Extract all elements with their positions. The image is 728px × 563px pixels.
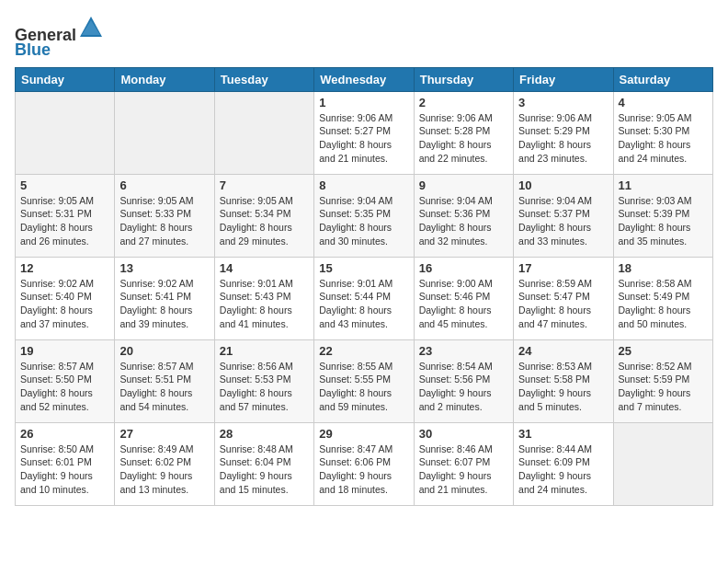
weekday-header-thursday: Thursday <box>414 67 513 91</box>
weekday-header-wednesday: Wednesday <box>314 67 414 91</box>
day-number: 22 <box>319 344 408 358</box>
calendar-cell: 30Sunrise: 8:46 AM Sunset: 6:07 PM Dayli… <box>414 422 513 505</box>
day-number: 19 <box>20 344 109 358</box>
calendar-cell: 28Sunrise: 8:48 AM Sunset: 6:04 PM Dayli… <box>214 422 313 505</box>
calendar-cell: 20Sunrise: 8:57 AM Sunset: 5:51 PM Dayli… <box>115 339 214 422</box>
calendar-cell: 4Sunrise: 9:05 AM Sunset: 5:30 PM Daylig… <box>613 91 712 174</box>
day-info: Sunrise: 8:59 AM Sunset: 5:47 PM Dayligh… <box>518 277 608 331</box>
logo-icon <box>78 15 104 40</box>
day-info: Sunrise: 8:55 AM Sunset: 5:55 PM Dayligh… <box>319 360 408 414</box>
day-number: 25 <box>619 344 708 358</box>
day-number: 24 <box>518 344 608 358</box>
day-info: Sunrise: 8:53 AM Sunset: 5:58 PM Dayligh… <box>518 360 608 414</box>
day-number: 21 <box>220 344 309 358</box>
day-number: 1 <box>319 96 408 109</box>
day-number: 17 <box>518 261 608 275</box>
day-number: 10 <box>518 178 608 192</box>
calendar-cell: 31Sunrise: 8:44 AM Sunset: 6:09 PM Dayli… <box>514 422 613 505</box>
day-number: 4 <box>619 96 708 109</box>
day-number: 7 <box>220 178 309 192</box>
calendar-cell: 18Sunrise: 8:58 AM Sunset: 5:49 PM Dayli… <box>613 257 712 339</box>
calendar-week-row: 5Sunrise: 9:05 AM Sunset: 5:31 PM Daylig… <box>16 174 713 257</box>
calendar-cell <box>115 91 214 174</box>
calendar-table: SundayMondayTuesdayWednesdayThursdayFrid… <box>15 67 713 506</box>
day-info: Sunrise: 8:44 AM Sunset: 6:09 PM Dayligh… <box>518 442 608 497</box>
calendar-cell: 22Sunrise: 8:55 AM Sunset: 5:55 PM Dayli… <box>314 339 414 422</box>
calendar-cell: 23Sunrise: 8:54 AM Sunset: 5:56 PM Dayli… <box>414 339 513 422</box>
calendar-cell: 27Sunrise: 8:49 AM Sunset: 6:02 PM Dayli… <box>115 422 214 505</box>
day-info: Sunrise: 9:01 AM Sunset: 5:43 PM Dayligh… <box>220 277 309 331</box>
day-info: Sunrise: 9:06 AM Sunset: 5:28 PM Dayligh… <box>419 111 508 166</box>
day-info: Sunrise: 8:48 AM Sunset: 6:04 PM Dayligh… <box>220 442 309 497</box>
calendar-week-row: 19Sunrise: 8:57 AM Sunset: 5:50 PM Dayli… <box>16 339 713 422</box>
svg-marker-1 <box>82 20 100 35</box>
day-info: Sunrise: 8:58 AM Sunset: 5:49 PM Dayligh… <box>619 277 708 331</box>
calendar-cell: 5Sunrise: 9:05 AM Sunset: 5:31 PM Daylig… <box>16 174 115 257</box>
calendar-cell: 13Sunrise: 9:02 AM Sunset: 5:41 PM Dayli… <box>115 257 214 339</box>
calendar-cell: 8Sunrise: 9:04 AM Sunset: 5:35 PM Daylig… <box>314 174 414 257</box>
calendar-cell: 24Sunrise: 8:53 AM Sunset: 5:58 PM Dayli… <box>514 339 613 422</box>
calendar-week-row: 1Sunrise: 9:06 AM Sunset: 5:27 PM Daylig… <box>16 91 713 174</box>
day-number: 12 <box>20 261 109 275</box>
logo-blue-text: Blue <box>15 40 51 59</box>
day-info: Sunrise: 9:02 AM Sunset: 5:41 PM Dayligh… <box>119 277 209 331</box>
calendar-cell: 3Sunrise: 9:06 AM Sunset: 5:29 PM Daylig… <box>514 91 613 174</box>
calendar-cell <box>214 91 313 174</box>
day-number: 29 <box>319 427 408 441</box>
day-number: 3 <box>518 96 608 109</box>
day-info: Sunrise: 8:56 AM Sunset: 5:53 PM Dayligh… <box>220 360 309 414</box>
day-info: Sunrise: 8:57 AM Sunset: 5:50 PM Dayligh… <box>20 360 109 414</box>
day-info: Sunrise: 8:47 AM Sunset: 6:06 PM Dayligh… <box>319 442 408 497</box>
calendar-cell: 26Sunrise: 8:50 AM Sunset: 6:01 PM Dayli… <box>16 422 115 505</box>
day-info: Sunrise: 9:04 AM Sunset: 5:37 PM Dayligh… <box>518 194 608 248</box>
day-number: 9 <box>419 178 508 192</box>
calendar-week-row: 12Sunrise: 9:02 AM Sunset: 5:40 PM Dayli… <box>16 257 713 339</box>
calendar-cell: 21Sunrise: 8:56 AM Sunset: 5:53 PM Dayli… <box>214 339 313 422</box>
day-info: Sunrise: 9:05 AM Sunset: 5:30 PM Dayligh… <box>619 111 708 166</box>
calendar-cell: 19Sunrise: 8:57 AM Sunset: 5:50 PM Dayli… <box>16 339 115 422</box>
calendar-cell: 2Sunrise: 9:06 AM Sunset: 5:28 PM Daylig… <box>414 91 513 174</box>
day-number: 13 <box>119 261 209 275</box>
day-number: 28 <box>220 427 309 441</box>
day-number: 14 <box>220 261 309 275</box>
day-number: 5 <box>20 178 109 192</box>
day-info: Sunrise: 9:01 AM Sunset: 5:44 PM Dayligh… <box>319 277 408 331</box>
calendar-week-row: 26Sunrise: 8:50 AM Sunset: 6:01 PM Dayli… <box>16 422 713 505</box>
day-info: Sunrise: 9:03 AM Sunset: 5:39 PM Dayligh… <box>619 194 708 248</box>
calendar-cell: 11Sunrise: 9:03 AM Sunset: 5:39 PM Dayli… <box>613 174 712 257</box>
day-info: Sunrise: 9:04 AM Sunset: 5:36 PM Dayligh… <box>419 194 508 248</box>
weekday-header-saturday: Saturday <box>613 67 712 91</box>
day-number: 8 <box>319 178 408 192</box>
day-number: 11 <box>619 178 708 192</box>
day-info: Sunrise: 8:46 AM Sunset: 6:07 PM Dayligh… <box>419 442 508 497</box>
weekday-header-friday: Friday <box>514 67 613 91</box>
calendar-cell <box>16 91 115 174</box>
day-info: Sunrise: 9:05 AM Sunset: 5:34 PM Dayligh… <box>220 194 309 248</box>
day-info: Sunrise: 8:54 AM Sunset: 5:56 PM Dayligh… <box>419 360 508 414</box>
day-info: Sunrise: 9:04 AM Sunset: 5:35 PM Dayligh… <box>319 194 408 248</box>
day-info: Sunrise: 9:05 AM Sunset: 5:31 PM Dayligh… <box>20 194 109 248</box>
day-number: 18 <box>619 261 708 275</box>
calendar-cell: 6Sunrise: 9:05 AM Sunset: 5:33 PM Daylig… <box>115 174 214 257</box>
page-header: General Blue <box>15 15 713 60</box>
calendar-cell: 29Sunrise: 8:47 AM Sunset: 6:06 PM Dayli… <box>314 422 414 505</box>
day-info: Sunrise: 9:06 AM Sunset: 5:27 PM Dayligh… <box>319 111 408 166</box>
calendar-cell: 10Sunrise: 9:04 AM Sunset: 5:37 PM Dayli… <box>514 174 613 257</box>
calendar-cell: 1Sunrise: 9:06 AM Sunset: 5:27 PM Daylig… <box>314 91 414 174</box>
day-number: 16 <box>419 261 508 275</box>
weekday-header-tuesday: Tuesday <box>214 67 313 91</box>
day-info: Sunrise: 9:06 AM Sunset: 5:29 PM Dayligh… <box>518 111 608 166</box>
day-info: Sunrise: 9:00 AM Sunset: 5:46 PM Dayligh… <box>419 277 508 331</box>
day-number: 15 <box>319 261 408 275</box>
weekday-header-sunday: Sunday <box>16 67 115 91</box>
logo: General Blue <box>15 15 104 60</box>
calendar-cell: 15Sunrise: 9:01 AM Sunset: 5:44 PM Dayli… <box>314 257 414 339</box>
day-info: Sunrise: 8:52 AM Sunset: 5:59 PM Dayligh… <box>619 360 708 414</box>
day-number: 26 <box>20 427 109 441</box>
day-number: 6 <box>119 178 209 192</box>
day-number: 20 <box>119 344 209 358</box>
day-number: 23 <box>419 344 508 358</box>
day-number: 2 <box>419 96 508 109</box>
day-number: 31 <box>518 427 608 441</box>
calendar-cell <box>613 422 712 505</box>
